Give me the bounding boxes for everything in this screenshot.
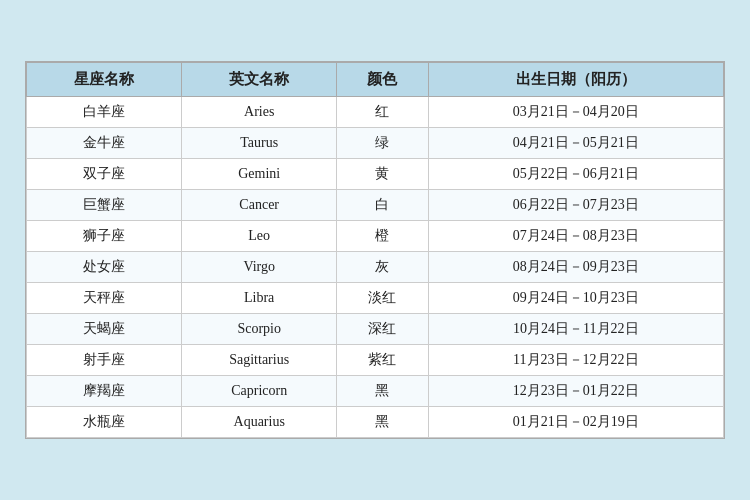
zodiac-table-container: 星座名称 英文名称 颜色 出生日期（阳历） 白羊座Aries红03月21日－04… bbox=[25, 61, 725, 439]
cell-dates: 09月24日－10月23日 bbox=[428, 283, 723, 314]
cell-english: Taurus bbox=[182, 128, 337, 159]
table-row: 天秤座Libra淡红09月24日－10月23日 bbox=[27, 283, 724, 314]
cell-chinese: 天蝎座 bbox=[27, 314, 182, 345]
cell-dates: 11月23日－12月22日 bbox=[428, 345, 723, 376]
cell-color: 黄 bbox=[337, 159, 428, 190]
col-header-color: 颜色 bbox=[337, 63, 428, 97]
col-header-chinese: 星座名称 bbox=[27, 63, 182, 97]
cell-color: 灰 bbox=[337, 252, 428, 283]
cell-color: 黑 bbox=[337, 376, 428, 407]
cell-dates: 03月21日－04月20日 bbox=[428, 97, 723, 128]
cell-color: 黑 bbox=[337, 407, 428, 438]
table-row: 双子座Gemini黄05月22日－06月21日 bbox=[27, 159, 724, 190]
cell-dates: 06月22日－07月23日 bbox=[428, 190, 723, 221]
cell-dates: 04月21日－05月21日 bbox=[428, 128, 723, 159]
cell-color: 紫红 bbox=[337, 345, 428, 376]
cell-chinese: 狮子座 bbox=[27, 221, 182, 252]
cell-dates: 07月24日－08月23日 bbox=[428, 221, 723, 252]
cell-chinese: 处女座 bbox=[27, 252, 182, 283]
cell-english: Leo bbox=[182, 221, 337, 252]
cell-color: 橙 bbox=[337, 221, 428, 252]
cell-english: Sagittarius bbox=[182, 345, 337, 376]
cell-chinese: 水瓶座 bbox=[27, 407, 182, 438]
cell-color: 深红 bbox=[337, 314, 428, 345]
cell-english: Capricorn bbox=[182, 376, 337, 407]
cell-english: Libra bbox=[182, 283, 337, 314]
col-header-dates: 出生日期（阳历） bbox=[428, 63, 723, 97]
table-row: 巨蟹座Cancer白06月22日－07月23日 bbox=[27, 190, 724, 221]
table-row: 水瓶座Aquarius黑01月21日－02月19日 bbox=[27, 407, 724, 438]
cell-dates: 08月24日－09月23日 bbox=[428, 252, 723, 283]
cell-color: 绿 bbox=[337, 128, 428, 159]
table-row: 天蝎座Scorpio深红10月24日－11月22日 bbox=[27, 314, 724, 345]
table-header-row: 星座名称 英文名称 颜色 出生日期（阳历） bbox=[27, 63, 724, 97]
table-row: 摩羯座Capricorn黑12月23日－01月22日 bbox=[27, 376, 724, 407]
cell-chinese: 白羊座 bbox=[27, 97, 182, 128]
table-row: 狮子座Leo橙07月24日－08月23日 bbox=[27, 221, 724, 252]
cell-dates: 12月23日－01月22日 bbox=[428, 376, 723, 407]
cell-english: Aquarius bbox=[182, 407, 337, 438]
cell-chinese: 天秤座 bbox=[27, 283, 182, 314]
table-row: 金牛座Taurus绿04月21日－05月21日 bbox=[27, 128, 724, 159]
cell-english: Cancer bbox=[182, 190, 337, 221]
cell-english: Gemini bbox=[182, 159, 337, 190]
cell-color: 红 bbox=[337, 97, 428, 128]
cell-english: Scorpio bbox=[182, 314, 337, 345]
cell-dates: 01月21日－02月19日 bbox=[428, 407, 723, 438]
zodiac-table: 星座名称 英文名称 颜色 出生日期（阳历） 白羊座Aries红03月21日－04… bbox=[26, 62, 724, 438]
cell-color: 淡红 bbox=[337, 283, 428, 314]
cell-english: Virgo bbox=[182, 252, 337, 283]
cell-color: 白 bbox=[337, 190, 428, 221]
cell-dates: 10月24日－11月22日 bbox=[428, 314, 723, 345]
cell-dates: 05月22日－06月21日 bbox=[428, 159, 723, 190]
table-row: 射手座Sagittarius紫红11月23日－12月22日 bbox=[27, 345, 724, 376]
cell-chinese: 金牛座 bbox=[27, 128, 182, 159]
cell-chinese: 摩羯座 bbox=[27, 376, 182, 407]
cell-chinese: 巨蟹座 bbox=[27, 190, 182, 221]
cell-english: Aries bbox=[182, 97, 337, 128]
table-row: 白羊座Aries红03月21日－04月20日 bbox=[27, 97, 724, 128]
col-header-english: 英文名称 bbox=[182, 63, 337, 97]
table-row: 处女座Virgo灰08月24日－09月23日 bbox=[27, 252, 724, 283]
cell-chinese: 射手座 bbox=[27, 345, 182, 376]
table-body: 白羊座Aries红03月21日－04月20日金牛座Taurus绿04月21日－0… bbox=[27, 97, 724, 438]
cell-chinese: 双子座 bbox=[27, 159, 182, 190]
